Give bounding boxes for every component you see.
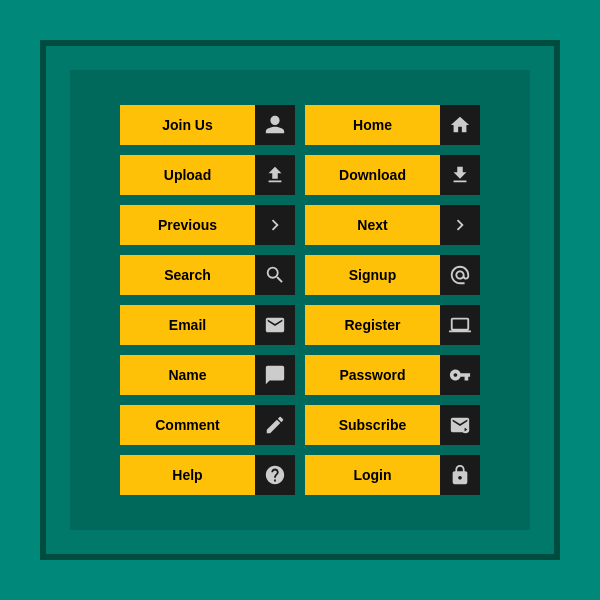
help-button[interactable]: Help — [120, 455, 295, 495]
comment-label: Comment — [120, 405, 255, 445]
previous-label: Previous — [120, 205, 255, 245]
search-button[interactable]: Search — [120, 255, 295, 295]
upload-button[interactable]: Upload — [120, 155, 295, 195]
lock-icon — [440, 455, 480, 495]
password-button[interactable]: Password — [305, 355, 480, 395]
download-label: Download — [305, 155, 440, 195]
register-label: Register — [305, 305, 440, 345]
comment-button[interactable]: Comment — [120, 405, 295, 445]
subscribe-button[interactable]: Subscribe — [305, 405, 480, 445]
login-button[interactable]: Login — [305, 455, 480, 495]
next-button[interactable]: Next — [305, 205, 480, 245]
key-icon — [440, 355, 480, 395]
person-icon — [255, 105, 295, 145]
upload-icon — [255, 155, 295, 195]
signup-label: Signup — [305, 255, 440, 295]
laptop-icon — [440, 305, 480, 345]
home-button[interactable]: Home — [305, 105, 480, 145]
chevron-right-icon — [440, 205, 480, 245]
join-us-button[interactable]: Join Us — [120, 105, 295, 145]
comment-icon — [255, 355, 295, 395]
help-icon — [255, 455, 295, 495]
upload-label: Upload — [120, 155, 255, 195]
register-button[interactable]: Register — [305, 305, 480, 345]
search-icon — [255, 255, 295, 295]
join-us-label: Join Us — [120, 105, 255, 145]
home-label: Home — [305, 105, 440, 145]
next-label: Next — [305, 205, 440, 245]
buttons-grid: Join UsHomeUploadDownloadPreviousNextSea… — [100, 85, 500, 515]
at-icon — [440, 255, 480, 295]
subscribe-icon — [440, 405, 480, 445]
name-button[interactable]: Name — [120, 355, 295, 395]
email-icon — [255, 305, 295, 345]
subscribe-label: Subscribe — [305, 405, 440, 445]
password-label: Password — [305, 355, 440, 395]
name-label: Name — [120, 355, 255, 395]
search-label: Search — [120, 255, 255, 295]
chevron-right-icon — [255, 205, 295, 245]
outer-border: Join UsHomeUploadDownloadPreviousNextSea… — [40, 40, 560, 560]
email-button[interactable]: Email — [120, 305, 295, 345]
download-button[interactable]: Download — [305, 155, 480, 195]
login-label: Login — [305, 455, 440, 495]
inner-panel: Join UsHomeUploadDownloadPreviousNextSea… — [70, 70, 530, 530]
help-label: Help — [120, 455, 255, 495]
download-icon — [440, 155, 480, 195]
signup-button[interactable]: Signup — [305, 255, 480, 295]
home-icon — [440, 105, 480, 145]
email-label: Email — [120, 305, 255, 345]
comment-edit-icon — [255, 405, 295, 445]
previous-button[interactable]: Previous — [120, 205, 295, 245]
